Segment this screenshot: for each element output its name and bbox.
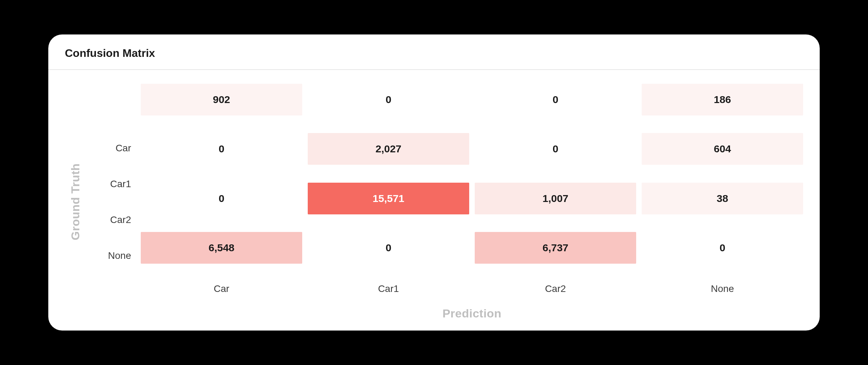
grid-wrapper: 902 0 0 186 0 2,027 0 604 0 15,571 1,007… [141, 84, 803, 320]
matrix-cell[interactable]: 0 [475, 84, 636, 115]
matrix-cell[interactable]: 1,007 [475, 183, 636, 214]
x-axis-label: Prediction [141, 307, 803, 320]
matrix-cell[interactable]: 604 [642, 133, 803, 165]
col-label: Car1 [308, 283, 469, 294]
card-body: Ground Truth Car Car1 Car2 None 902 0 0 … [48, 70, 820, 331]
matrix-cell[interactable]: 0 [308, 84, 469, 115]
confusion-matrix-card: Confusion Matrix Ground Truth Car Car1 C… [48, 34, 820, 331]
row-label: Car1 [86, 168, 141, 200]
matrix-cell[interactable]: 15,571 [308, 183, 469, 214]
matrix-cell[interactable]: 2,027 [308, 133, 469, 165]
matrix-cell[interactable]: 902 [141, 84, 302, 115]
col-label: None [642, 283, 803, 294]
heatmap-grid: 902 0 0 186 0 2,027 0 604 0 15,571 1,007… [141, 84, 803, 277]
matrix-cell[interactable]: 38 [642, 183, 803, 214]
matrix-cell[interactable]: 186 [642, 84, 803, 115]
matrix-area: Ground Truth Car Car1 Car2 None 902 0 0 … [65, 84, 803, 320]
col-label: Car [141, 283, 302, 294]
matrix-cell[interactable]: 6,737 [475, 232, 636, 264]
matrix-cell[interactable]: 0 [475, 133, 636, 165]
row-label: None [86, 240, 141, 272]
row-labels: Car Car1 Car2 None [86, 84, 141, 320]
matrix-cell[interactable]: 6,548 [141, 232, 302, 264]
matrix-cell[interactable]: 0 [141, 183, 302, 214]
col-labels: Car Car1 Car2 None [141, 283, 803, 294]
row-label: Car2 [86, 204, 141, 236]
matrix-cell[interactable]: 0 [141, 133, 302, 165]
row-label: Car [86, 132, 141, 164]
matrix-cell[interactable]: 0 [642, 232, 803, 264]
card-header: Confusion Matrix [48, 34, 820, 70]
matrix-cell[interactable]: 0 [308, 232, 469, 264]
y-axis-label-container: Ground Truth [65, 84, 86, 320]
card-title: Confusion Matrix [65, 47, 803, 60]
col-label: Car2 [475, 283, 636, 294]
y-axis-label: Ground Truth [69, 163, 82, 240]
